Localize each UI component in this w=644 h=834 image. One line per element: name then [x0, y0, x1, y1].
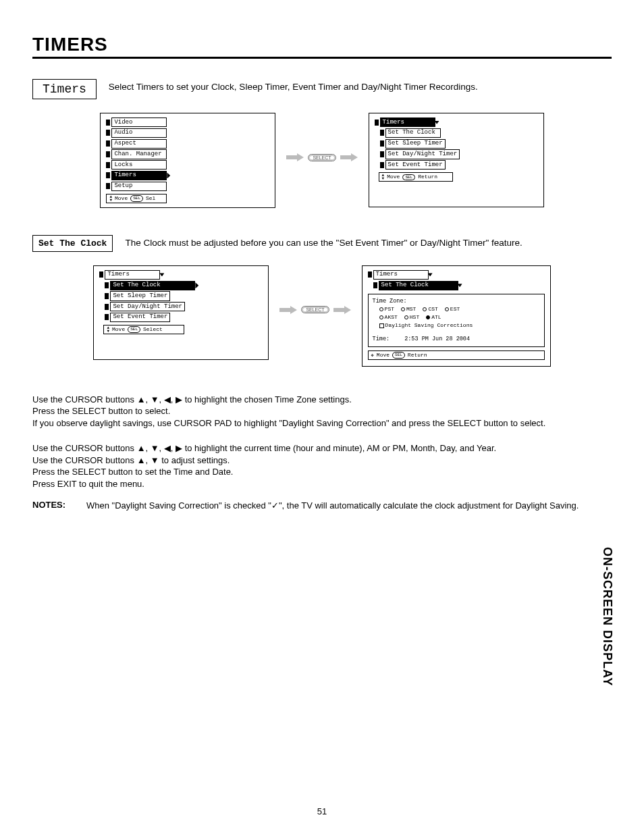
section-timers: Timers Select Timers to set your Clock, … [32, 79, 612, 99]
arrow-icon [286, 153, 304, 161]
menu-item-set-daynight: Set Day/Night Timer [375, 149, 538, 159]
tz-est: EST [445, 306, 460, 313]
flow-arrows-1: SELECT [286, 113, 357, 161]
notes: NOTES: When "Daylight Saving Correction"… [32, 500, 612, 512]
tz-akst: AKST [379, 314, 398, 321]
help-row-timers-2: ▲▼ Move SEL Select [103, 325, 184, 334]
menu-item-set-event: Set Event Timer [375, 160, 538, 170]
menu-item-setup: Setup [106, 182, 269, 191]
osd-timers-menu: Timers Set The Clock Set Sleep Timer Set… [369, 113, 544, 207]
select-button-icon: SELECT [301, 306, 329, 313]
tz-cst: CST [423, 306, 437, 313]
help-row-clock: ✥ Move SEL Return [368, 350, 545, 360]
tz-pst: PST [379, 306, 394, 313]
svg-marker-2 [279, 306, 297, 314]
help-row-main: ▲▼ Move SEL Sel [106, 194, 167, 203]
notes-label: NOTES: [32, 500, 73, 510]
notes-text: When "Daylight Saving Correction" is che… [86, 500, 612, 512]
menu-item-locks: Locks [106, 160, 269, 170]
menu-title-timers: Timers [375, 118, 538, 127]
screens-row-2: Timers Set The Clock Set Sleep Timer Set… [32, 265, 612, 367]
tz-mst: MST [401, 306, 416, 313]
crumb-timers: Timers [368, 270, 545, 280]
time-row: Time: 2:53 PM Jun 28 2004 [373, 336, 540, 343]
flow-arrows-2: SELECT [279, 265, 350, 314]
section-body-clock: The Clock must be adjusted before you ca… [125, 235, 522, 248]
menu-item-set-clock: Set The Clock [375, 128, 538, 138]
svg-marker-0 [286, 153, 304, 161]
cursor-arrows-icon: ▲, ▼ [137, 455, 159, 465]
tz-daylight: Daylight Saving Corrections [379, 322, 540, 329]
tz-row-2: AKST HST ATL [379, 314, 540, 321]
timezone-panel: Time Zone: PST MST CST EST AKST HST ATL … [368, 294, 545, 347]
instructions-2: Use the CURSOR buttons ▲, ▼, ◀, ▶ to hig… [32, 442, 612, 490]
menu-item-chan-manager: Chan. Manager [106, 149, 269, 159]
arrow-icon [333, 306, 351, 314]
dpad-icon: ✥ [371, 353, 374, 359]
tz-hst: HST [404, 314, 419, 321]
menu-item-aspect: Aspect [106, 139, 269, 149]
menu-title-timers-2: Timers [99, 270, 263, 280]
cursor-arrows-icon: ▲, ▼, ◀, ▶ [137, 443, 182, 453]
crumb-set-clock: Set The Clock [368, 281, 545, 290]
section-set-clock: Set The Clock The Clock must be adjusted… [32, 235, 612, 252]
svg-marker-3 [333, 306, 351, 314]
section-label-clock: Set The Clock [32, 235, 113, 252]
menu-item-set-event-2: Set Event Timer [99, 313, 263, 322]
page-number: 51 [317, 806, 327, 816]
tz-row-1: PST MST CST EST [379, 306, 540, 313]
menu-item-set-daynight-2: Set Day/Night Timer [99, 302, 263, 311]
arrow-icon [340, 153, 358, 161]
menu-item-video: Video [106, 118, 269, 127]
select-button-icon: SELECT [308, 154, 336, 161]
menu-item-audio: Audio [106, 128, 269, 138]
osd-timers-menu-2: Timers Set The Clock Set Sleep Timer Set… [93, 265, 269, 360]
menu-item-set-sleep: Set Sleep Timer [375, 139, 538, 149]
instructions-1: Use the CURSOR buttons ▲, ▼, ◀, ▶ to hig… [32, 394, 612, 429]
menu-item-timers: Timers [106, 171, 269, 180]
help-row-timers: ▲▼ Move SEL Return [379, 172, 453, 182]
page-title: TIMERS [32, 34, 612, 59]
screens-row-1: Video Audio Aspect Chan. Manager Locks T… [32, 113, 612, 208]
section-body-timers: Select Timers to set your Clock, Sleep T… [109, 79, 478, 92]
cursor-arrows-icon: ▲, ▼, ◀, ▶ [137, 394, 182, 405]
check-icon: ✓ [271, 500, 279, 511]
menu-item-set-clock-2: Set The Clock [99, 281, 263, 290]
osd-main-menu: Video Audio Aspect Chan. Manager Locks T… [100, 113, 275, 208]
arrow-icon [279, 306, 297, 314]
tz-label: Time Zone: [373, 298, 540, 305]
svg-marker-1 [340, 153, 358, 161]
section-label-timers: Timers [32, 79, 97, 99]
tz-atl: ATL [426, 314, 441, 321]
osd-clock-panel: Timers Set The Clock Time Zone: PST MST … [362, 265, 551, 367]
menu-item-set-sleep-2: Set Sleep Timer [99, 291, 263, 301]
side-tab: ON-SCREEN DISPLAY [600, 547, 614, 686]
